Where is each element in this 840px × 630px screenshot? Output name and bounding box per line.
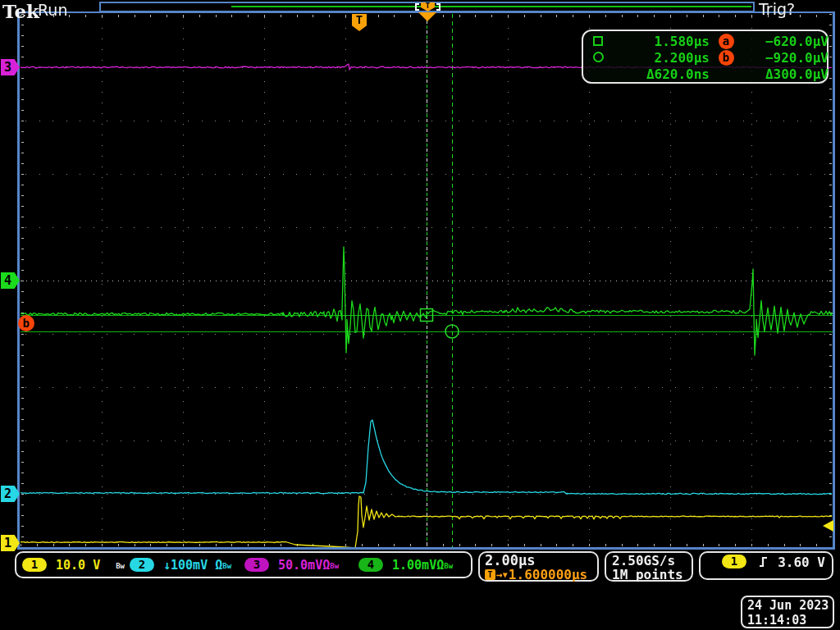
ch4-badge[interactable]: 4 — [358, 558, 383, 572]
expansion-point-icon — [418, 12, 436, 21]
ch1-badge[interactable]: 1 — [22, 558, 47, 572]
cursor-a-time: 1.580μs — [618, 34, 710, 49]
ch4-scale: 1.00mVΩ — [392, 558, 444, 573]
cursor-b-level-marker[interactable]: b — [18, 315, 34, 331]
trigger-delay-row: T → ▼ 1.600000μs — [485, 568, 597, 582]
tek-logo: Tek — [2, 0, 39, 22]
ch2-bandwidth-label: Bw — [222, 562, 231, 570]
cursor-a-square-icon — [593, 36, 603, 46]
record-window-bracket-right — [436, 3, 441, 11]
cursor-b-time: 2.200μs — [618, 50, 710, 66]
channel-settings-bar: 1 10.0 V Bw 2 ↓100mV Ω Bw 3 50.0mVΩ Bw 4… — [15, 551, 472, 578]
cursor-delta-time: Δ620.0ns — [618, 66, 710, 82]
acquisition-box[interactable]: 2.50GS/s 1M points — [605, 551, 693, 582]
time-label: 11:14:03 — [747, 613, 833, 628]
graticule-border-right — [833, 11, 835, 550]
ch1-bandwidth-label: Bw — [116, 562, 125, 570]
ch2-badge[interactable]: 2 — [130, 558, 154, 572]
horizontal-settings-box[interactable]: 2.00μs T → ▼ 1.600000μs — [478, 551, 599, 582]
trigger-source-badge[interactable]: 1 — [722, 555, 746, 568]
record-length: 1M points — [612, 568, 692, 582]
graticule-border-bottom — [17, 547, 835, 550]
record-window-bracket-left — [415, 3, 419, 11]
cursor-b-level: −920.0μV — [742, 50, 829, 66]
oscilloscope-screen: Tek Run Trig? T T 1.580μs a −620.0μV 2.2… — [0, 0, 840, 630]
ch2-scale: ↓100mV Ω — [163, 558, 222, 573]
cursor-readout-box: 1.580μs a −620.0μV 2.200μs b −920.0μV Δ6… — [582, 30, 829, 84]
datetime-box: 24 Jun 2023 11:14:03 — [741, 596, 834, 628]
ch3-bandwidth-label: Bw — [330, 562, 339, 570]
cursor-a-row: 1.580μs a −620.0μV — [593, 33, 819, 49]
ch1-scale: 10.0 V — [56, 558, 100, 573]
timebase-scale: 2.00μs — [485, 554, 597, 568]
record-trigger-icon[interactable]: T — [421, 2, 435, 11]
trigger-level-arrow-icon[interactable] — [823, 520, 833, 532]
cursor-delta-row: Δ620.0ns Δ300.0μV — [593, 66, 819, 82]
cursor-delta-level: Δ300.0μV — [742, 66, 829, 82]
rising-edge-icon — [758, 555, 769, 568]
ch1-settings[interactable]: 1 10.0 V Bw — [22, 558, 130, 573]
cursor-a-badge: a — [719, 34, 734, 49]
record-view-bar[interactable]: T — [99, 2, 755, 12]
trigger-status: Trig? — [759, 0, 795, 18]
ch4-bandwidth-label: Bw — [444, 562, 453, 570]
ch3-badge[interactable]: 3 — [244, 558, 269, 572]
cursor-b-circle-icon — [593, 52, 604, 62]
trigger-delay-value: 1.600000μs — [509, 568, 587, 582]
trigger-level-value: 3.60 V — [778, 555, 825, 570]
delay-arrow-icon: → — [496, 569, 503, 580]
record-line — [231, 6, 751, 7]
waveform-display — [0, 0, 840, 630]
cursor-a-level: −620.0μV — [742, 34, 829, 49]
ch4-settings[interactable]: 4 1.00mVΩ Bw — [358, 558, 463, 573]
cursor-b-row: 2.200μs b −920.0μV — [593, 49, 819, 66]
delay-expansion-icon: ▼ — [503, 568, 508, 582]
date-label: 24 Jun 2023 — [747, 598, 833, 613]
sample-rate: 2.50GS/s — [612, 554, 692, 568]
ch3-scale: 50.0mVΩ — [278, 558, 330, 573]
cursor-b-badge: b — [719, 50, 734, 66]
ch2-settings[interactable]: 2 ↓100mV Ω Bw — [130, 558, 244, 573]
delay-trigger-icon: T — [485, 569, 495, 580]
acquisition-status: Run — [38, 1, 67, 19]
ch3-settings[interactable]: 3 50.0mVΩ Bw — [244, 558, 358, 573]
trigger-settings-box[interactable]: 1 3.60 V — [699, 551, 833, 580]
